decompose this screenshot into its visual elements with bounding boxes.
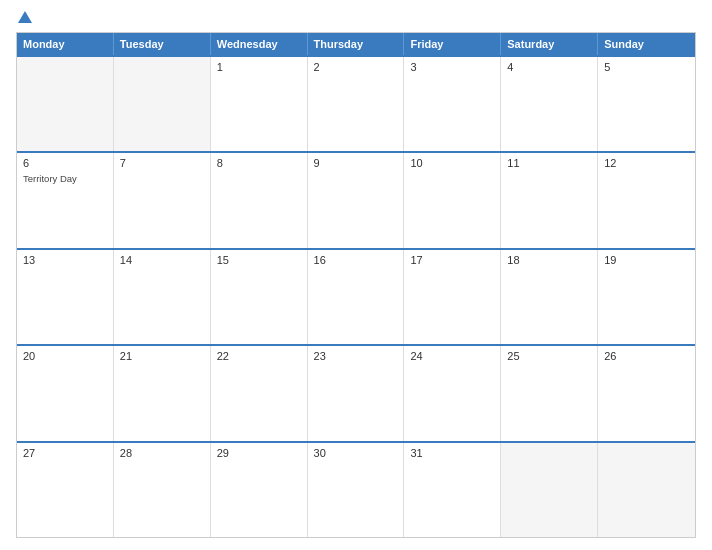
cal-cell: 17 xyxy=(404,250,501,344)
week-row-4: 20212223242526 xyxy=(17,344,695,440)
cal-cell: 18 xyxy=(501,250,598,344)
day-number: 2 xyxy=(314,61,398,73)
cal-cell: 22 xyxy=(211,346,308,440)
day-header-sunday: Sunday xyxy=(598,33,695,55)
day-number: 28 xyxy=(120,447,204,459)
logo xyxy=(16,12,32,24)
cal-cell: 31 xyxy=(404,443,501,537)
cal-cell: 16 xyxy=(308,250,405,344)
cal-cell: 19 xyxy=(598,250,695,344)
day-number: 19 xyxy=(604,254,689,266)
day-number: 4 xyxy=(507,61,591,73)
cal-cell: 24 xyxy=(404,346,501,440)
day-number: 5 xyxy=(604,61,689,73)
day-header-saturday: Saturday xyxy=(501,33,598,55)
day-number: 23 xyxy=(314,350,398,362)
week-row-2: 6Territory Day789101112 xyxy=(17,151,695,247)
week-row-3: 13141516171819 xyxy=(17,248,695,344)
day-number: 10 xyxy=(410,157,494,169)
day-number: 6 xyxy=(23,157,107,169)
day-number: 16 xyxy=(314,254,398,266)
calendar-event: Territory Day xyxy=(23,173,107,184)
cal-cell: 8 xyxy=(211,153,308,247)
day-number: 29 xyxy=(217,447,301,459)
day-number: 30 xyxy=(314,447,398,459)
cal-cell: 3 xyxy=(404,57,501,151)
cal-cell: 27 xyxy=(17,443,114,537)
day-number: 9 xyxy=(314,157,398,169)
calendar-body: 123456Territory Day789101112131415161718… xyxy=(17,55,695,537)
day-number: 22 xyxy=(217,350,301,362)
cal-cell: 12 xyxy=(598,153,695,247)
calendar-header: MondayTuesdayWednesdayThursdayFridaySatu… xyxy=(17,33,695,55)
cal-cell: 7 xyxy=(114,153,211,247)
day-number: 7 xyxy=(120,157,204,169)
header xyxy=(16,12,696,24)
cal-cell: 20 xyxy=(17,346,114,440)
cal-cell: 10 xyxy=(404,153,501,247)
day-number: 15 xyxy=(217,254,301,266)
day-number: 13 xyxy=(23,254,107,266)
cal-cell: 28 xyxy=(114,443,211,537)
day-header-wednesday: Wednesday xyxy=(211,33,308,55)
day-number: 27 xyxy=(23,447,107,459)
day-number: 3 xyxy=(410,61,494,73)
day-number: 21 xyxy=(120,350,204,362)
logo-triangle-icon xyxy=(18,11,32,23)
calendar-page: MondayTuesdayWednesdayThursdayFridaySatu… xyxy=(0,0,712,550)
day-header-monday: Monday xyxy=(17,33,114,55)
day-number: 20 xyxy=(23,350,107,362)
day-header-tuesday: Tuesday xyxy=(114,33,211,55)
day-number: 11 xyxy=(507,157,591,169)
day-header-thursday: Thursday xyxy=(308,33,405,55)
cal-cell xyxy=(501,443,598,537)
cal-cell: 13 xyxy=(17,250,114,344)
day-header-friday: Friday xyxy=(404,33,501,55)
day-number: 1 xyxy=(217,61,301,73)
cal-cell: 14 xyxy=(114,250,211,344)
cal-cell: 11 xyxy=(501,153,598,247)
day-number: 31 xyxy=(410,447,494,459)
day-number: 26 xyxy=(604,350,689,362)
cal-cell: 26 xyxy=(598,346,695,440)
cal-cell: 25 xyxy=(501,346,598,440)
cal-cell xyxy=(598,443,695,537)
day-number: 25 xyxy=(507,350,591,362)
day-number: 18 xyxy=(507,254,591,266)
day-number: 8 xyxy=(217,157,301,169)
day-number: 24 xyxy=(410,350,494,362)
cal-cell: 4 xyxy=(501,57,598,151)
week-row-1: 12345 xyxy=(17,55,695,151)
day-number: 14 xyxy=(120,254,204,266)
day-number: 17 xyxy=(410,254,494,266)
cal-cell: 30 xyxy=(308,443,405,537)
cal-cell: 15 xyxy=(211,250,308,344)
day-number: 12 xyxy=(604,157,689,169)
cal-cell xyxy=(17,57,114,151)
cal-cell: 2 xyxy=(308,57,405,151)
cal-cell xyxy=(114,57,211,151)
week-row-5: 2728293031 xyxy=(17,441,695,537)
cal-cell: 6Territory Day xyxy=(17,153,114,247)
cal-cell: 29 xyxy=(211,443,308,537)
cal-cell: 1 xyxy=(211,57,308,151)
calendar-grid: MondayTuesdayWednesdayThursdayFridaySatu… xyxy=(16,32,696,538)
cal-cell: 21 xyxy=(114,346,211,440)
cal-cell: 5 xyxy=(598,57,695,151)
cal-cell: 23 xyxy=(308,346,405,440)
cal-cell: 9 xyxy=(308,153,405,247)
